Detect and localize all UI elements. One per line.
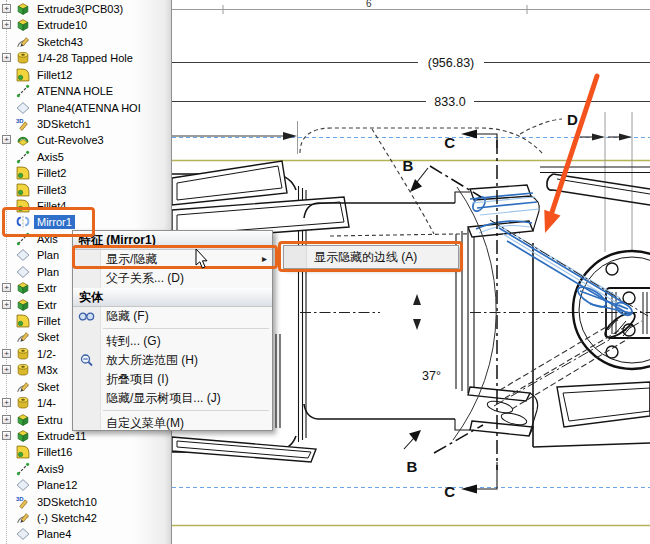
tree-item-sketch43[interactable]: Sketch43 — [0, 34, 171, 50]
extrude-icon — [16, 429, 30, 443]
tree-item-3dsketch10[interactable]: 3D3DSketch10 — [0, 494, 171, 510]
tree-item-axis9[interactable]: Axis9 — [0, 461, 171, 477]
expand-toggle-icon[interactable]: + — [2, 415, 11, 424]
menu-item-label: 折叠项目 (I) — [106, 371, 169, 388]
dim-overall-value: (956.83) — [428, 56, 475, 70]
submenu-arrow-icon: ▸ — [262, 253, 267, 264]
hole-icon — [16, 51, 30, 65]
tree-item-label: 3DSketch1 — [34, 117, 94, 131]
plane-icon — [16, 101, 30, 115]
section-label-d: D — [567, 111, 578, 128]
menu-item-label: 放大所选范围 (H) — [106, 352, 198, 369]
menu-header-label: 实体 — [79, 289, 103, 306]
hole-icon — [16, 363, 30, 377]
tree-item-fillet12[interactable]: Fillet12 — [0, 67, 171, 83]
axis-icon — [16, 84, 30, 98]
tree-item-label: Fillet — [34, 314, 63, 328]
tree-item-atenna-hole[interactable]: ATENNA HOLE — [0, 83, 171, 99]
menu-item-label: 隐藏 (F) — [106, 308, 149, 325]
tree-item-fillet3[interactable]: Fillet3 — [0, 182, 171, 198]
tree-item-plane4-atenna-hoi[interactable]: Plane4(ATENNA HOI — [0, 100, 171, 116]
menu-item-label: 自定义菜单(M) — [106, 415, 184, 431]
tree-item-fillet16[interactable]: Fillet16 — [0, 444, 171, 460]
menu-section-header: 特征 (Mirror1) — [73, 231, 272, 250]
solidworks-window: 6 (956.83) 833.0 — [0, 0, 650, 544]
extrude-icon — [16, 298, 30, 312]
expand-toggle-icon[interactable]: + — [2, 53, 11, 62]
mirror-icon — [16, 215, 30, 229]
glasses-icon — [78, 309, 95, 323]
tree-item-label: 1/2- — [34, 347, 59, 361]
expand-toggle-icon[interactable]: + — [2, 398, 11, 407]
detail-label-d: D — [300, 111, 578, 154]
sketch-icon — [16, 330, 30, 344]
expand-toggle-icon[interactable]: + — [2, 4, 11, 13]
expand-toggle-icon[interactable]: + — [2, 365, 11, 374]
menu-item-parent-child[interactable]: 父子关系... (D) — [73, 269, 272, 288]
menu-item-customize-menu[interactable]: 自定义菜单(M) — [73, 414, 272, 431]
plane-icon — [16, 527, 30, 541]
tree-item-extrude3-pcb03[interactable]: +Extrude3(PCB03) — [0, 1, 171, 17]
tree-item-sketch42[interactable]: (-) Sketch42 — [0, 510, 171, 526]
tree-item-label: Fillet2 — [34, 166, 69, 180]
section-label-b-bottom: B — [407, 458, 418, 475]
expand-toggle-icon[interactable]: + — [2, 135, 11, 144]
fillet-icon — [16, 183, 30, 197]
tree-item-label: Cut-Revolve3 — [34, 133, 107, 147]
tree-item-label: Fillet3 — [34, 183, 69, 197]
menu-item-show-hide[interactable]: 显示/隐藏▸ — [73, 250, 272, 269]
fillet-icon — [16, 68, 30, 82]
menu-item-hide-show-tree-items[interactable]: 隐藏/显示树项目... (J) — [73, 389, 272, 408]
mouse-cursor — [195, 249, 209, 270]
menu-item-hide[interactable]: 隐藏 (F) — [73, 307, 272, 326]
tree-item-mirror1[interactable]: Mirror1 — [0, 214, 171, 230]
section-line-c: C C — [444, 130, 497, 501]
tree-item-label: Plane4 — [34, 527, 74, 541]
hole-icon — [16, 396, 30, 410]
tree-item-plane12[interactable]: Plane12 — [0, 477, 171, 493]
expand-toggle-icon[interactable]: + — [2, 20, 11, 29]
expand-toggle-icon[interactable]: + — [2, 431, 11, 440]
tree-item-label: Axis5 — [34, 150, 67, 164]
sketch3d-icon: 3D — [16, 495, 30, 509]
svg-text:3D: 3D — [16, 118, 24, 124]
menu-item-label: 显示/隐藏 — [106, 251, 157, 268]
tree-item-label: 3DSketch10 — [34, 495, 100, 509]
axis-icon — [16, 462, 30, 476]
menu-item-zoom-to-selection[interactable]: 放大所选范围 (H) — [73, 351, 272, 370]
tree-item-3dsketch1[interactable]: 3D3DSketch1 — [0, 116, 171, 132]
tree-item-label: Fillet12 — [34, 68, 75, 82]
sketch-icon — [16, 35, 30, 49]
tree-item-label: Extr — [34, 298, 60, 312]
magnifier-icon — [78, 353, 95, 367]
tree-item-axis5[interactable]: Axis5 — [0, 149, 171, 165]
annotation-arrow — [544, 76, 597, 233]
dimension-overall: (956.83) — [172, 56, 650, 70]
menu-item-label: 父子关系... (D) — [106, 270, 184, 287]
expand-toggle-icon[interactable]: + — [2, 300, 11, 309]
tree-item-label: Sket — [34, 330, 62, 344]
tree-item-label: Plane12 — [34, 478, 80, 492]
tree-item-label: Extru — [34, 413, 66, 427]
expand-toggle-icon[interactable]: + — [2, 349, 11, 358]
tree-item-label: Axis9 — [34, 462, 67, 476]
plane-icon — [16, 265, 30, 279]
menu-section-header: 实体 — [73, 288, 272, 307]
tree-item-plane4[interactable]: Plane4 — [0, 526, 171, 542]
tree-item-extrude10[interactable]: +Extrude10 — [0, 17, 171, 33]
expand-toggle-icon[interactable]: + — [2, 283, 11, 292]
fillet-icon — [16, 166, 30, 180]
submenu-item-show-hidden-edges[interactable]: 显示隐藏的边线 (A) — [284, 246, 458, 268]
menu-item-go-to[interactable]: 转到... (G) — [73, 332, 272, 351]
menu-item-collapse-items[interactable]: 折叠项目 (I) — [73, 370, 272, 389]
tree-item-label: 1/4- — [34, 396, 59, 410]
plane-icon — [16, 478, 30, 492]
fillet-icon — [16, 199, 30, 213]
tree-item-fillet2[interactable]: Fillet2 — [0, 165, 171, 181]
tree-item-fillet4[interactable]: Fillet4 — [0, 198, 171, 214]
tree-item-1-4-28-tapped-hole[interactable]: +1/4-28 Tapped Hole — [0, 50, 171, 66]
extrude-icon — [16, 18, 30, 32]
tree-item-cut-revolve3[interactable]: +Cut-Revolve3 — [0, 132, 171, 148]
hidden-outline-dashes — [330, 129, 520, 236]
tree-item-label: Plan — [34, 265, 62, 279]
